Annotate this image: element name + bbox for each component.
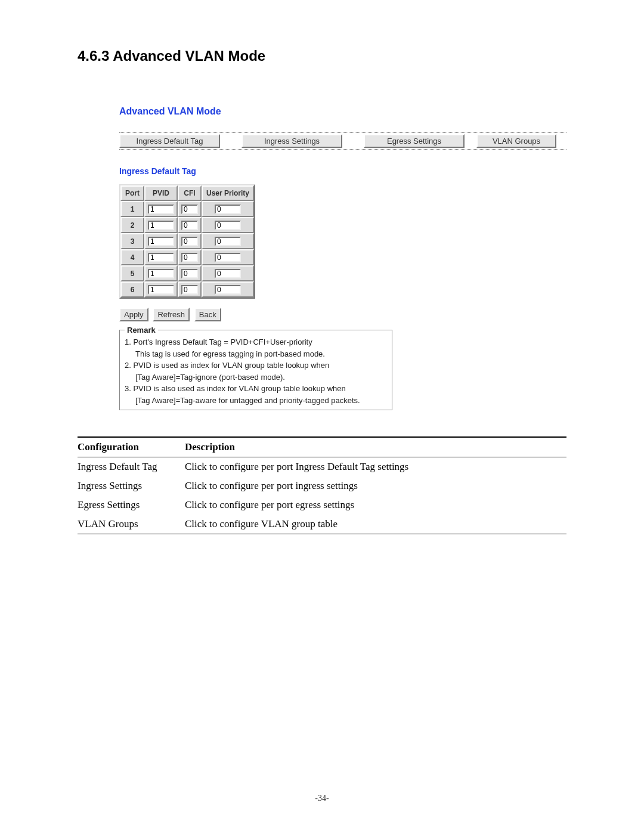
- pvid-input[interactable]: [148, 205, 174, 214]
- col-header-pvid: PVID: [144, 185, 178, 201]
- port-number: 3: [120, 233, 144, 249]
- config-name: VLAN Groups: [78, 518, 185, 530]
- section-heading: 4.6.3 Advanced VLAN Mode: [78, 48, 566, 64]
- divider: [119, 132, 566, 133]
- user-priority-input[interactable]: [215, 237, 241, 246]
- remark-line: [Tag Aware]=Tag-aware for untagged and p…: [125, 395, 387, 407]
- pvid-input[interactable]: [148, 269, 174, 278]
- apply-button[interactable]: Apply: [119, 308, 148, 321]
- configuration-description-table: Configuration Description Ingress Defaul…: [78, 436, 566, 534]
- refresh-button[interactable]: Refresh: [153, 308, 190, 321]
- gui-subtitle: Ingress Default Tag: [119, 166, 566, 176]
- table-row: 3: [120, 233, 254, 249]
- tab-egress-settings[interactable]: Egress Settings: [364, 134, 465, 148]
- col-header-port: Port: [120, 185, 144, 201]
- button-row: Apply Refresh Back: [119, 309, 566, 319]
- cfi-input[interactable]: [181, 221, 198, 230]
- pvid-input[interactable]: [148, 253, 174, 262]
- col-header-description: Description: [185, 441, 566, 453]
- back-button[interactable]: Back: [194, 308, 221, 321]
- divider: [78, 534, 566, 534]
- remark-line: This tag is used for egress tagging in p…: [125, 348, 387, 360]
- config-name: Ingress Default Tag: [78, 461, 185, 473]
- table-row: Egress Settings Click to configure per p…: [78, 496, 566, 515]
- cfi-input[interactable]: [181, 285, 198, 295]
- gui-screenshot: Advanced VLAN Mode Ingress Default Tag I…: [119, 106, 566, 410]
- user-priority-input[interactable]: [215, 253, 241, 262]
- pvid-input[interactable]: [148, 285, 174, 295]
- user-priority-input[interactable]: [215, 285, 241, 295]
- remark-line: 3. PVID is also used as index for VLAN g…: [125, 383, 387, 395]
- config-desc: Click to configure per port Ingress Defa…: [185, 461, 566, 473]
- page-number: -34-: [0, 794, 644, 803]
- col-header-cfi: CFI: [178, 185, 202, 201]
- cfi-input[interactable]: [181, 237, 198, 246]
- user-priority-input[interactable]: [215, 205, 241, 214]
- col-header-user-priority: User Priority: [202, 185, 254, 201]
- user-priority-input[interactable]: [215, 221, 241, 230]
- port-number: 4: [120, 249, 144, 265]
- port-number: 6: [120, 281, 144, 298]
- port-number: 2: [120, 217, 144, 233]
- tab-bar: Ingress Default Tag Ingress Settings Egr…: [119, 134, 566, 148]
- cfi-input[interactable]: [181, 253, 198, 262]
- remark-title: Remark: [125, 324, 158, 336]
- config-name: Ingress Settings: [78, 480, 185, 492]
- divider: [119, 149, 566, 150]
- config-name: Egress Settings: [78, 499, 185, 511]
- tab-ingress-settings[interactable]: Ingress Settings: [242, 134, 342, 148]
- table-row: 5: [120, 265, 254, 281]
- table-row: 6: [120, 281, 254, 298]
- cfi-input[interactable]: [181, 269, 198, 278]
- tab-ingress-default-tag[interactable]: Ingress Default Tag: [119, 134, 220, 148]
- port-number: 5: [120, 265, 144, 281]
- tab-vlan-groups[interactable]: VLAN Groups: [476, 134, 556, 148]
- gui-title: Advanced VLAN Mode: [119, 106, 566, 117]
- table-row: 4: [120, 249, 254, 265]
- table-row: VLAN Groups Click to configure VLAN grou…: [78, 515, 566, 534]
- table-row: Ingress Default Tag Click to configure p…: [78, 457, 566, 476]
- table-row: 2: [120, 217, 254, 233]
- user-priority-input[interactable]: [215, 269, 241, 278]
- config-desc: Click to configure VLAN group table: [185, 518, 566, 530]
- cfi-input[interactable]: [181, 205, 198, 214]
- remark-line: 2. PVID is used as index for VLAN group …: [125, 360, 387, 371]
- config-desc: Click to configure per port ingress sett…: [185, 480, 566, 492]
- ingress-default-tag-table: Port PVID CFI User Priority 1 2 3: [119, 184, 255, 299]
- table-row: Ingress Settings Click to configure per …: [78, 476, 566, 496]
- pvid-input[interactable]: [148, 237, 174, 246]
- table-row: 1: [120, 201, 254, 217]
- remark-line: 1. Port's Ingress Default Tag = PVID+CFI…: [125, 336, 387, 348]
- remark-line: [Tag Aware]=Tag-ignore (port-based mode)…: [125, 371, 387, 383]
- col-header-configuration: Configuration: [78, 441, 185, 453]
- remark-box: Remark 1. Port's Ingress Default Tag = P…: [119, 330, 392, 410]
- port-number: 1: [120, 201, 144, 217]
- pvid-input[interactable]: [148, 221, 174, 230]
- config-desc: Click to configure per port egress setti…: [185, 499, 566, 511]
